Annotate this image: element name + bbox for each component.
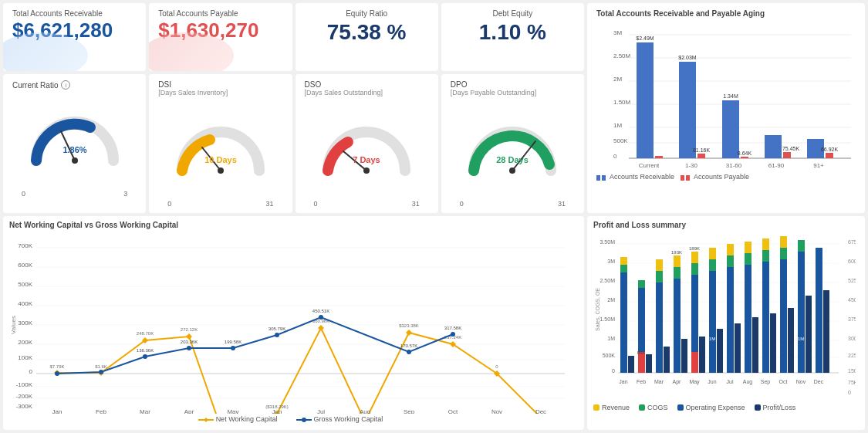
legend-nwc: Net Working Capital (198, 415, 278, 423)
svg-text:300K: 300K (18, 320, 32, 326)
svg-text:Jan: Jan (619, 379, 627, 384)
svg-text:Jan: Jan (52, 408, 62, 414)
svg-rect-19 (697, 154, 705, 158)
legend-ar: Accounts Receivable (596, 173, 674, 181)
svg-point-48 (363, 167, 370, 174)
svg-rect-200 (699, 337, 705, 373)
svg-text:Nov: Nov (796, 379, 806, 384)
gauge-dpo-container: 28 Days (451, 100, 575, 203)
svg-text:Feb: Feb (96, 408, 106, 414)
legend-revenue: Revenue (593, 404, 630, 411)
svg-point-104 (275, 333, 279, 337)
svg-text:Apr: Apr (673, 379, 682, 385)
kpi-total-accounts-payable: Total Accounts Payable $1,630,270 (149, 3, 292, 71)
svg-text:500K: 500K (603, 353, 616, 358)
gauge-dso-svg: 7 Days (320, 124, 413, 178)
svg-rect-175 (691, 252, 698, 263)
svg-rect-159 (620, 272, 627, 373)
svg-text:66.92K: 66.92K (821, 147, 839, 152)
gauge-dsi-sublabel: [Days Sales Inventory] (158, 89, 282, 96)
svg-text:248.70K: 248.70K (137, 331, 154, 336)
svg-text:May: May (689, 379, 700, 385)
svg-rect-167 (656, 271, 663, 282)
svg-rect-183 (727, 255, 734, 267)
svg-text:8.64K: 8.64K (738, 151, 752, 156)
svg-rect-196 (628, 356, 634, 373)
aging-chart-svg: 3M 2.50M 2M 1.50M 1M 500K 0 $2.49M $2.03… (596, 21, 859, 171)
svg-text:500K: 500K (18, 281, 32, 288)
svg-rect-163 (638, 352, 645, 373)
svg-text:317.58K: 317.58K (444, 326, 461, 330)
svg-text:150K: 150K (848, 368, 856, 374)
pl-chart-title: Profit and Loss summary (593, 221, 859, 229)
legend-pl: Profit/Loss (755, 404, 796, 411)
svg-text:Mar: Mar (654, 379, 664, 384)
svg-text:2.50M: 2.50M (613, 52, 631, 59)
svg-rect-176 (691, 352, 698, 373)
svg-text:Dec: Dec (814, 379, 824, 384)
svg-point-105 (319, 315, 323, 320)
svg-rect-40 (686, 175, 690, 181)
chart-aging: Total Accounts Receivable and Payable Ag… (587, 3, 865, 213)
svg-text:May: May (227, 408, 238, 414)
svg-text:500K: 500K (613, 137, 628, 144)
svg-text:Jun: Jun (708, 379, 716, 384)
svg-text:$323.38K: $323.38K (399, 323, 419, 328)
gauge-dsi-label: DSI (158, 80, 282, 89)
svg-text:Aug: Aug (743, 379, 753, 385)
svg-text:225K: 225K (848, 353, 856, 358)
svg-text:Sep: Sep (404, 408, 415, 414)
svg-rect-168 (656, 259, 663, 271)
svg-text:300K: 300K (848, 336, 856, 341)
gauge-dso-range: 0 31 (305, 200, 429, 208)
info-icon[interactable]: i (61, 80, 70, 90)
gauge-dsi-container: 10 Days (158, 100, 282, 203)
gauge-dpo-range: 0 31 (451, 200, 575, 208)
nwc-legend: Net Working Capital Gross Working Capita… (9, 415, 578, 423)
svg-text:$2.49M: $2.49M (636, 36, 654, 41)
svg-rect-39 (681, 175, 684, 181)
svg-text:375K: 375K (848, 316, 856, 322)
svg-rect-17 (679, 62, 696, 158)
svg-point-99 (55, 371, 59, 376)
svg-text:136.36K: 136.36K (137, 348, 154, 353)
svg-rect-164 (638, 280, 645, 288)
svg-text:Apr: Apr (184, 408, 194, 414)
svg-text:75.45K: 75.45K (782, 146, 800, 151)
svg-text:525K: 525K (848, 278, 856, 283)
svg-rect-195 (798, 240, 805, 252)
gauge-dpo-label: DPO (451, 80, 575, 89)
svg-rect-194 (798, 252, 805, 373)
svg-text:170.57K: 170.57K (400, 343, 417, 348)
svg-text:675K: 675K (848, 239, 856, 245)
svg-rect-189 (762, 250, 769, 262)
svg-text:0: 0 (612, 368, 615, 374)
gauge-cr-container: 1.86% (12, 90, 137, 193)
svg-text:0: 0 (613, 153, 617, 160)
svg-text:0: 0 (495, 364, 498, 369)
legend-cogs: COGS (639, 404, 668, 411)
legend-oe: Operating Expense (677, 404, 745, 411)
svg-rect-25 (765, 135, 782, 158)
svg-text:2.50M: 2.50M (600, 278, 616, 283)
gauge-dsi-svg: 10 Days (174, 124, 267, 178)
svg-rect-203 (752, 317, 758, 373)
kpi-de-label: Debt Equity (451, 9, 575, 18)
gauge-cr-svg: 1.86% (29, 114, 121, 168)
kpi-tar-label: Total Accounts Receivable (12, 9, 137, 18)
svg-text:3M: 3M (613, 29, 622, 36)
pl-legend: Revenue COGS Operating Expense Profit/Lo… (593, 404, 859, 411)
svg-rect-37 (596, 175, 600, 181)
gauge-current-ratio: Current Ratio i 1.86% 0 3 (3, 74, 146, 213)
svg-rect-182 (727, 267, 734, 373)
svg-rect-188 (762, 262, 769, 373)
gauge-dpo-svg: 28 Days (466, 124, 559, 178)
svg-text:203.36K: 203.36K (181, 340, 198, 344)
svg-text:Oct: Oct (779, 379, 788, 384)
svg-text:81.16K: 81.16K (693, 147, 711, 153)
svg-text:Aug: Aug (360, 408, 370, 414)
svg-text:Current: Current (639, 162, 660, 169)
svg-text:Feb: Feb (637, 379, 646, 384)
kpi-de-value: 1.10 % (451, 19, 575, 46)
gauge-dso-sublabel: [Days Sales Outstanding] (305, 89, 429, 96)
